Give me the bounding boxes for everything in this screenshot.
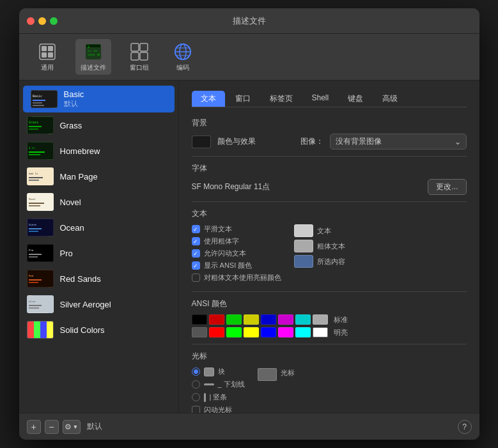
fullscreen-button[interactable] bbox=[50, 17, 58, 25]
svg-rect-46 bbox=[29, 254, 42, 255]
cursor-preview-section: 光标 bbox=[258, 367, 295, 413]
add-profile-button[interactable]: + bbox=[27, 420, 41, 434]
tab-advanced[interactable]: 高级 bbox=[373, 91, 407, 107]
divider-1 bbox=[192, 156, 467, 157]
bold-color-box[interactable] bbox=[294, 240, 313, 252]
gear-menu-button[interactable]: ⚙ ▼ bbox=[63, 420, 81, 434]
svg-rect-38 bbox=[29, 203, 44, 204]
sidebar-name-solidcolors: Solid Colors bbox=[60, 325, 105, 335]
checkbox-blink-text-label: 允许闪动文本 bbox=[204, 249, 246, 258]
sidebar-item-manpage[interactable]: man ls Man Page bbox=[19, 164, 178, 189]
checkbox-blink-text-box[interactable] bbox=[192, 249, 200, 258]
toolbar-windowgroups[interactable]: 窗口组 bbox=[124, 39, 155, 75]
checkbox-ansi: 显示 ANSI 颜色 bbox=[192, 261, 281, 270]
sidebar-name-ocean: Ocean bbox=[60, 223, 84, 233]
svg-rect-44 bbox=[27, 245, 54, 262]
close-button[interactable] bbox=[27, 17, 35, 25]
windowgroups-icon bbox=[129, 42, 150, 62]
svg-text:Pro: Pro bbox=[29, 249, 34, 252]
checkbox-ansi-label: 显示 ANSI 颜色 bbox=[204, 261, 253, 270]
svg-text:Novel: Novel bbox=[29, 197, 36, 201]
svg-text:Red: Red bbox=[29, 274, 34, 277]
tab-tabs[interactable]: 标签页 bbox=[261, 91, 302, 107]
cursor-radio-options: 块 _ 下划线 | 竖条 闪动光标 bbox=[192, 367, 245, 413]
checkbox-bright-box[interactable] bbox=[192, 274, 200, 282]
tab-shell[interactable]: Shell bbox=[303, 91, 338, 107]
sidebar-name-manpage: Man Page bbox=[60, 172, 98, 182]
tab-window[interactable]: 窗口 bbox=[226, 91, 260, 107]
remove-profile-button[interactable]: − bbox=[45, 420, 59, 434]
svg-text:Basic: Basic bbox=[33, 94, 42, 98]
background-color-label: 颜色与效果 bbox=[217, 136, 256, 147]
ansi-bright-0[interactable] bbox=[192, 327, 207, 337]
ansi-bright-6[interactable] bbox=[295, 327, 311, 337]
cursor-blink-checkbox[interactable] bbox=[192, 406, 200, 413]
toolbar-encoding[interactable]: 编码 bbox=[167, 39, 198, 75]
svg-rect-40 bbox=[27, 219, 54, 236]
svg-rect-2 bbox=[48, 46, 53, 51]
bottom-bar: + − ⚙ ▼ 默认 ? bbox=[19, 413, 479, 440]
change-font-button[interactable]: 更改... bbox=[428, 179, 466, 195]
toolbar-general[interactable]: 通用 bbox=[32, 39, 63, 75]
svg-rect-34 bbox=[29, 177, 43, 178]
sidebar-thumb-novel: Novel bbox=[27, 193, 54, 211]
minimize-button[interactable] bbox=[38, 17, 46, 25]
cursor-block-radio[interactable] bbox=[192, 367, 200, 376]
ansi-bright-3[interactable] bbox=[244, 327, 259, 337]
sidebar-item-solidcolors[interactable]: Solid Colors bbox=[19, 317, 178, 343]
checkbox-smooth-box[interactable] bbox=[192, 225, 200, 233]
ansi-std-5[interactable] bbox=[278, 314, 293, 325]
sidebar-item-silveraerogel[interactable]: Silver Silver Aerogel bbox=[19, 291, 178, 317]
tab-text[interactable]: 文本 bbox=[192, 91, 225, 107]
text-color-box[interactable] bbox=[294, 224, 313, 237]
default-button[interactable]: 默认 bbox=[87, 421, 102, 432]
svg-rect-28 bbox=[27, 143, 54, 160]
ansi-bright-7[interactable] bbox=[313, 327, 328, 337]
svg-rect-57 bbox=[34, 321, 40, 339]
svg-text:Silver: Silver bbox=[29, 300, 36, 303]
svg-text:Ocean: Ocean bbox=[29, 223, 37, 226]
toolbar-profiles[interactable]: $ ls -la total 48 描述文件 bbox=[75, 39, 111, 75]
section-ansi-title: ANSI 颜色 bbox=[192, 298, 467, 309]
ansi-bright-4[interactable] bbox=[261, 327, 276, 337]
font-row: SF Mono Regular 11点 更改... bbox=[192, 179, 467, 195]
sidebar-item-basic[interactable]: Basic Basic 默认 bbox=[23, 86, 175, 112]
text-checkboxes: 平滑文本 使用粗体字 允许闪动文本 显示 ANSI 颜色 bbox=[192, 224, 281, 285]
sidebar-item-homebrew[interactable]: $ ls Homebrew bbox=[19, 138, 178, 164]
selection-color-box[interactable] bbox=[294, 255, 313, 268]
ansi-bright-2[interactable] bbox=[226, 327, 242, 337]
svg-rect-32 bbox=[27, 168, 54, 185]
ansi-std-0[interactable] bbox=[192, 314, 207, 325]
ansi-std-3[interactable] bbox=[244, 314, 259, 325]
window-title: 描述文件 bbox=[233, 15, 266, 27]
sidebar-item-ocean[interactable]: Ocean Ocean bbox=[19, 215, 178, 240]
ansi-bright-5[interactable] bbox=[278, 327, 293, 337]
ansi-bright-1[interactable] bbox=[209, 327, 224, 337]
ansi-std-1[interactable] bbox=[209, 314, 224, 325]
ansi-std-4[interactable] bbox=[261, 314, 276, 325]
tab-keyboard[interactable]: 键盘 bbox=[339, 91, 372, 107]
svg-rect-36 bbox=[27, 194, 54, 211]
sidebar-item-novel[interactable]: Novel Novel bbox=[19, 189, 178, 215]
sidebar-name-grass: Grass bbox=[60, 121, 82, 130]
checkbox-bold-box[interactable] bbox=[192, 237, 200, 245]
sidebar-name-homebrew: Homebrew bbox=[60, 146, 100, 156]
cursor-bar-preview bbox=[204, 393, 206, 402]
cursor-underline-radio[interactable] bbox=[192, 380, 200, 389]
sidebar-item-redsands[interactable]: Red Red Sands bbox=[19, 266, 178, 291]
ansi-std-6[interactable] bbox=[295, 314, 311, 325]
svg-rect-56 bbox=[27, 321, 34, 339]
image-select[interactable]: 没有背景图像 ⌄ bbox=[330, 134, 467, 150]
sidebar-item-pro[interactable]: Pro Pro bbox=[19, 240, 178, 266]
sidebar-item-grass[interactable]: Grass Grass bbox=[19, 112, 178, 138]
cursor-bar-radio[interactable] bbox=[192, 393, 200, 401]
ansi-std-7[interactable] bbox=[313, 314, 328, 325]
sidebar: Basic Basic 默认 Grass Grass $ ls Homebre bbox=[19, 81, 179, 413]
background-color-box[interactable] bbox=[192, 135, 211, 148]
svg-rect-47 bbox=[29, 256, 38, 258]
checkbox-bright-label: 对粗体文本使用亮丽颜色 bbox=[204, 273, 281, 282]
help-button[interactable]: ? bbox=[458, 420, 472, 434]
toolbar: 通用 $ ls -la total 48 描述文件 bbox=[19, 34, 479, 81]
checkbox-ansi-box[interactable] bbox=[192, 261, 200, 270]
ansi-std-2[interactable] bbox=[226, 314, 242, 325]
